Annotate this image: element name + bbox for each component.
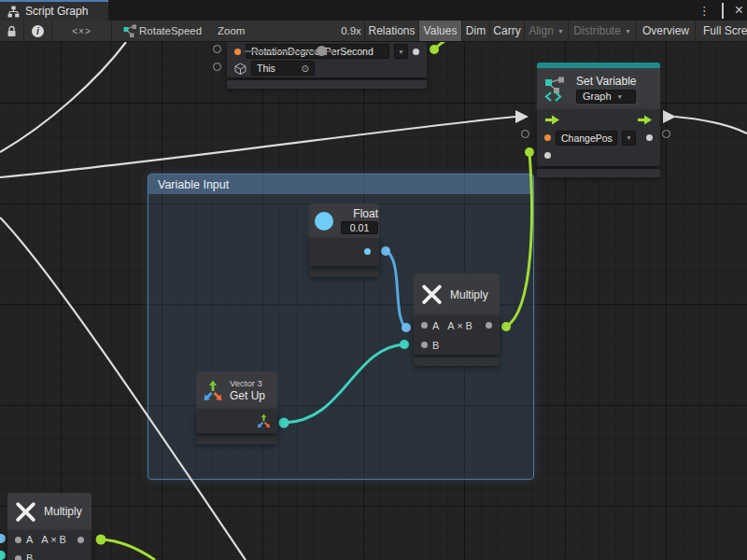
- port-row-target: This ⊙: [227, 60, 427, 77]
- port-row-a: A A × B: [7, 530, 92, 549]
- float-value-input[interactable]: 0.01: [341, 221, 378, 234]
- port-label: B: [26, 553, 33, 560]
- node-multiply[interactable]: Multiply A A × B B: [414, 273, 500, 366]
- tab-title: Script Graph: [25, 5, 88, 18]
- caret-down-icon: ▼: [398, 49, 403, 55]
- flow-out-arrow-icon[interactable]: [637, 115, 653, 125]
- zoom-label: Zoom: [218, 21, 247, 41]
- node-header[interactable]: Float 0.01: [309, 203, 379, 238]
- info-button[interactable]: i: [24, 21, 51, 41]
- toolbar-button-relations[interactable]: Relations: [364, 21, 418, 41]
- maximize-icon: [722, 3, 724, 19]
- vector3-output-port[interactable]: [257, 413, 271, 428]
- node-header[interactable]: Multiply: [414, 273, 500, 315]
- tab-script-graph[interactable]: Script Graph: [0, 0, 108, 21]
- port-label: A: [432, 320, 439, 331]
- variable-port-icon[interactable]: [544, 134, 551, 141]
- node-footer: [309, 269, 379, 277]
- info-icon: i: [32, 25, 44, 37]
- toolbar-button-dim[interactable]: Dim: [461, 21, 489, 41]
- window-menu-button[interactable]: ⋮: [698, 5, 711, 17]
- value-output-port[interactable]: [413, 49, 419, 55]
- graph-breadcrumb-icon-wrap: [121, 21, 138, 41]
- port-row-a: A A × B: [414, 315, 500, 335]
- port-label: A: [26, 534, 33, 545]
- dropdown-caret-button[interactable]: ▼: [622, 131, 636, 146]
- port-row-b: B: [7, 549, 92, 560]
- variable-scope-dropdown[interactable]: Graph ▼: [576, 90, 636, 104]
- flow-port-row: [537, 111, 660, 129]
- port-row-b: B: [414, 335, 500, 355]
- multiply-x-icon: [15, 501, 36, 523]
- code-brackets-icon: <×>: [72, 26, 92, 36]
- node-header[interactable]: Set Variable Graph ▼: [537, 68, 660, 109]
- input-port-b[interactable]: [15, 555, 21, 560]
- toolbar-button-align[interactable]: Align▼: [524, 21, 568, 41]
- node-set-variable[interactable]: Set Variable Graph ▼ ChangePos: [537, 63, 660, 177]
- output-port[interactable]: [486, 322, 492, 329]
- node-get-rotation-variable[interactable]: RotationDegreesPerSecond ▼ This ⊙: [227, 42, 427, 89]
- toolbar-button-fullscreen[interactable]: Full Screen: [695, 21, 747, 41]
- toolbar-button-values[interactable]: Values: [418, 21, 461, 41]
- code-view-button[interactable]: <×>: [52, 21, 111, 41]
- caret-down-icon: ▼: [625, 28, 631, 35]
- node-title: Float: [353, 207, 378, 220]
- graph-hierarchy-icon: [7, 6, 20, 18]
- variable-port-icon[interactable]: [234, 49, 241, 55]
- caret-down-icon: ▼: [626, 134, 631, 141]
- float-type-icon: [315, 212, 333, 231]
- target-object-field[interactable]: This ⊙: [251, 61, 315, 76]
- flow-in-arrow-icon[interactable]: [544, 115, 560, 125]
- toolbar-button-distribute[interactable]: Distribute▼: [568, 21, 636, 41]
- dropdown-caret-button[interactable]: ▼: [394, 44, 408, 59]
- zoom-slider-handle[interactable]: [317, 46, 327, 56]
- input-port-a[interactable]: [421, 322, 428, 329]
- script-graph-icon: [123, 24, 136, 37]
- breadcrumb-graph-name[interactable]: RotateSpeed: [139, 21, 204, 41]
- script-graph-window: Variable Input: [0, 0, 747, 560]
- node-float-literal[interactable]: Float 0.01: [309, 203, 379, 277]
- title-bar: Script Graph ⋮ ×: [0, 0, 747, 21]
- close-button[interactable]: ×: [735, 3, 743, 18]
- lock-icon: [7, 25, 17, 37]
- group-header[interactable]: Variable Input: [148, 175, 533, 194]
- caret-down-icon: ▼: [617, 93, 623, 100]
- object-picker-icon[interactable]: ⊙: [302, 63, 309, 74]
- lock-button[interactable]: [0, 21, 23, 41]
- port-pin-hollow[interactable]: [213, 45, 221, 53]
- variable-name-dropdown[interactable]: ChangePos: [556, 131, 617, 146]
- node-header[interactable]: Multiply: [7, 493, 92, 530]
- maximize-button[interactable]: [722, 5, 724, 17]
- port-label: B: [432, 340, 439, 351]
- group-title: Variable Input: [158, 178, 229, 191]
- port-pin-hollow[interactable]: [521, 130, 529, 138]
- port-pin-hollow[interactable]: [662, 130, 670, 138]
- float-output-port[interactable]: [364, 248, 371, 255]
- node-multiply-2[interactable]: Multiply A A × B B: [7, 493, 92, 560]
- toolbar-button-overview[interactable]: Overview: [636, 21, 695, 41]
- input-port-a[interactable]: [15, 537, 21, 543]
- node-kind: Vector 3: [230, 378, 265, 388]
- node-footer: [227, 80, 427, 89]
- port-pin-hollow[interactable]: [213, 63, 221, 71]
- vector3-axes-icon: [203, 380, 223, 401]
- input-port-b[interactable]: [421, 342, 428, 348]
- node-footer: [537, 169, 660, 177]
- toolbar-button-carry[interactable]: Carry: [489, 21, 524, 41]
- gameobject-cube-icon: [234, 63, 247, 75]
- set-variable-graph-icon: [544, 77, 569, 102]
- node-title: Get Up: [230, 389, 265, 402]
- node-vector3-get-up[interactable]: Vector 3 Get Up: [196, 371, 277, 444]
- value-output-port[interactable]: [646, 134, 653, 141]
- node-title: Multiply: [44, 505, 82, 518]
- graph-toolbar: i <×> RotateSpeed Zoom 0.9x Relations: [0, 21, 747, 42]
- node-header[interactable]: Vector 3 Get Up: [196, 371, 277, 409]
- zoom-value: 0.9x: [338, 21, 364, 41]
- port-row-input: [537, 147, 660, 164]
- node-title: Multiply: [450, 288, 488, 301]
- multiply-x-icon: [421, 284, 443, 305]
- value-input-port[interactable]: [544, 152, 551, 159]
- node-footer: [414, 357, 500, 366]
- output-port[interactable]: [78, 537, 84, 543]
- caret-down-icon: ▼: [557, 28, 564, 35]
